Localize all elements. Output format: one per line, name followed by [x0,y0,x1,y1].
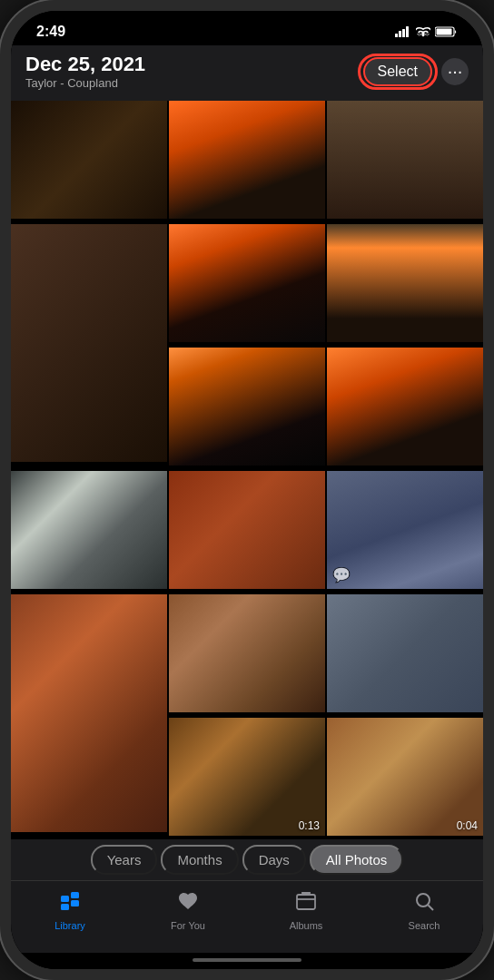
home-bar [193,958,301,962]
screen: 2:49 [11,11,483,969]
filter-days[interactable]: Days [242,845,306,875]
wifi-icon [416,26,430,37]
photo-cell[interactable] [327,224,483,342]
svg-rect-10 [61,904,69,910]
photo-grid: 💬 0:13 0:04 [11,101,483,839]
svg-line-14 [429,906,434,911]
video-duration: 0:13 [299,819,320,832]
more-button[interactable]: ··· [441,58,469,85]
photo-cell[interactable] [11,471,167,589]
svg-rect-3 [406,26,409,37]
svg-rect-9 [71,900,79,906]
photo-cell[interactable] [327,594,483,712]
tab-albums-label: Albums [290,920,323,931]
header: Dec 25, 2021 Taylor - Coupland Select ··… [11,45,483,101]
speech-bubble-icon: 💬 [332,566,351,583]
svg-rect-2 [402,29,405,37]
photo-cell[interactable] [169,594,325,712]
photo-cell[interactable] [327,348,483,466]
tab-search-label: Search [409,920,440,931]
battery-icon [435,26,458,37]
status-time: 2:49 [36,24,65,40]
phone-frame: 2:49 [0,0,494,980]
photo-cell[interactable] [11,224,167,462]
svg-point-4 [422,34,424,36]
photo-cell[interactable] [11,101,167,219]
home-indicator [11,953,483,969]
photo-cell[interactable] [169,348,325,466]
svg-rect-6 [437,29,452,35]
svg-rect-11 [297,895,315,909]
tab-library-label: Library [54,920,85,931]
signal-icon [395,26,411,37]
video-duration: 0:04 [457,819,478,832]
tab-albums[interactable]: Albums [247,890,365,931]
photo-cell[interactable]: 0:04 [327,718,483,836]
tab-library[interactable]: Library [11,890,129,931]
status-icons [395,26,458,37]
album-title: Dec 25, 2021 [25,53,145,76]
search-icon [413,890,435,917]
tab-for-you-label: For You [171,920,205,931]
photo-cell[interactable] [169,101,325,219]
time-filter: Years Months Days All Photos [11,839,483,880]
photo-cell[interactable] [11,594,167,832]
filter-years[interactable]: Years [91,845,158,875]
svg-rect-0 [395,34,398,37]
for-you-icon [177,890,199,917]
tab-for-you[interactable]: For You [129,890,247,931]
album-subtitle: Taylor - Coupland [25,76,145,90]
tab-bar: Library For You [11,880,483,953]
svg-rect-7 [61,896,69,902]
header-actions: Select ··· [363,57,469,86]
filter-all-photos[interactable]: All Photos [310,845,404,875]
filter-months[interactable]: Months [161,845,238,875]
phone-screen: 2:49 [11,11,483,969]
photo-cell[interactable]: 💬 [327,471,483,589]
header-text-group: Dec 25, 2021 Taylor - Coupland [25,53,145,90]
svg-rect-8 [71,892,79,898]
photo-cell[interactable] [169,471,325,589]
notch [179,11,315,38]
svg-point-13 [417,894,430,906]
library-icon [59,890,81,917]
albums-icon [295,890,317,917]
tab-search[interactable]: Search [365,890,483,931]
select-button[interactable]: Select [363,57,432,86]
photo-cell[interactable] [327,101,483,219]
svg-rect-1 [399,31,401,37]
header-top: Dec 25, 2021 Taylor - Coupland Select ··… [25,53,469,90]
photo-cell[interactable] [169,224,325,342]
photo-cell[interactable]: 0:13 [169,718,325,836]
